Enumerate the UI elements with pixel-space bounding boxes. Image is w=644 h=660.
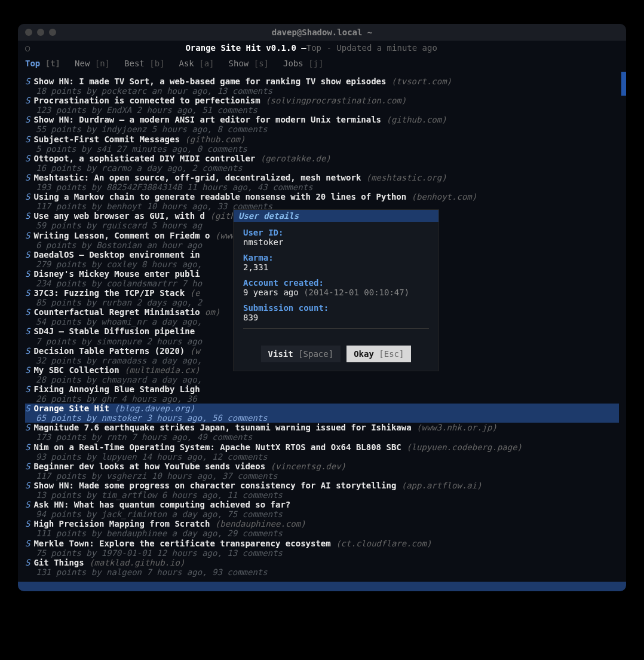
item-title: Writing Lesson, Comment on Friedm o	[33, 231, 210, 240]
visit-button[interactable]: Visit [Space]	[261, 346, 341, 362]
content-area: SShow HN: I made TV Sort, a web-based ga…	[18, 72, 626, 582]
item-marker: S	[25, 288, 30, 298]
tab-ask[interactable]: Ask [a]	[179, 59, 214, 68]
list-item[interactable]: SGit Things (matklad.github.io)131 point…	[25, 558, 619, 577]
item-title: Meshtastic: An open source, off-grid, de…	[33, 173, 361, 182]
item-title: Disney's Mickey Mouse enter publi	[33, 269, 200, 279]
tab-show[interactable]: Show [s]	[229, 59, 269, 68]
item-title: Show HN: Durdraw – a modern ANSI art edi…	[33, 115, 381, 124]
created-value: 9 years ago	[243, 288, 299, 297]
item-marker: S	[25, 481, 30, 490]
okay-button-label: Okay	[354, 349, 374, 359]
list-item[interactable]: SFixing Annoying Blue Standby Ligh 26 po…	[25, 384, 619, 404]
tab-top[interactable]: Top [t]	[25, 59, 60, 68]
item-domain: (e	[190, 288, 200, 298]
item-domain: (meshtastic.org)	[366, 173, 447, 182]
visit-button-label: Visit	[268, 349, 293, 359]
item-marker: S	[25, 404, 30, 413]
menu-icon[interactable]: ○	[25, 43, 30, 53]
maximize-icon[interactable]	[49, 29, 56, 36]
item-domain: (lupyuen.codeberg.page)	[406, 442, 522, 452]
item-marker: S	[25, 326, 30, 336]
item-meta: 117 points by vsgherzi 10 hours ago, 37 …	[25, 471, 619, 481]
item-marker: S	[25, 211, 30, 221]
list-item[interactable]: SProcrastination is connected to perfect…	[25, 96, 619, 115]
list-item[interactable]: SMagnitude 7.6 earthquake strikes Japan,…	[25, 423, 619, 442]
modal-title: User details	[234, 210, 438, 222]
tab-jobs[interactable]: Jobs [j]	[283, 59, 323, 68]
item-marker: S	[25, 173, 30, 182]
item-domain: (benhoyt.com)	[412, 192, 477, 201]
item-title: Nim on a Real-Time Operating System: Apa…	[33, 442, 401, 452]
item-domain: (matklad.github.io)	[89, 558, 185, 567]
item-marker: S	[25, 558, 30, 567]
created-label: Account created:	[243, 278, 429, 288]
list-item[interactable]: SShow HN: I made TV Sort, a web-based ga…	[25, 77, 619, 96]
item-domain: (multimedia.cx)	[124, 365, 200, 375]
list-item[interactable]: SSubject-First Commit Messages (github.c…	[25, 135, 619, 154]
tab-best[interactable]: Best [b]	[124, 59, 164, 68]
item-domain: (ct.cloudflare.com)	[336, 539, 431, 548]
item-domain: (app.artflow.ai)	[401, 481, 482, 490]
okay-button[interactable]: Okay [Esc]	[346, 346, 411, 362]
item-domain: (vincentsg.dev)	[271, 462, 346, 471]
terminal-window: davep@Shadow.local ~ ○ Orange Site Hit v…	[18, 24, 626, 591]
footer-bar	[18, 582, 626, 591]
item-domain: (blog.davep.org)	[114, 404, 195, 413]
item-meta: 75 points by 1970-01-01 12 hours ago, 13…	[25, 548, 619, 558]
list-item[interactable]: SAsk HN: What has quantum computing achi…	[25, 500, 619, 519]
item-title: Git Things	[33, 558, 84, 567]
item-title: Ask HN: What has quantum computing achie…	[33, 500, 290, 509]
okay-button-key: [Esc]	[379, 349, 404, 359]
item-title: Beginner dev looks at how YouTube sends …	[33, 462, 265, 471]
item-meta: 123 points by EndXA 2 hours ago, 51 comm…	[25, 105, 619, 115]
item-meta: 5 points by s4i 27 minutes ago, 0 commen…	[25, 144, 619, 154]
list-item[interactable]: SShow HN: Durdraw – a modern ANSI art ed…	[25, 115, 619, 134]
item-title: Using a Markov chain to generate readabl…	[33, 192, 406, 201]
item-title: SD4J – Stable Diffusion pipeline	[33, 326, 195, 336]
list-item[interactable]: SOttopot, a sophisticated DIY MIDI contr…	[25, 154, 619, 173]
item-marker: S	[25, 250, 30, 259]
item-title: Procrastination is connected to perfecti…	[33, 96, 260, 105]
item-title: Merkle Town: Explore the certificate tra…	[33, 539, 330, 548]
item-title: Magnitude 7.6 earthquake strikes Japan, …	[33, 423, 411, 432]
scrollbar-thumb[interactable]	[621, 72, 626, 96]
minimize-icon[interactable]	[37, 29, 44, 36]
list-item[interactable]: SShow HN: Made some progress on characte…	[25, 481, 619, 500]
list-item[interactable]: SOrange Site Hit (blog.davep.org)65 poin…	[25, 404, 619, 423]
item-title: My SBC Collection	[33, 365, 119, 375]
submission-count-label: Submission count:	[243, 303, 429, 313]
item-meta: 13 points by tim_artflow 6 hours ago, 11…	[25, 490, 619, 500]
list-item[interactable]: SMeshtastic: An open source, off-grid, d…	[25, 173, 619, 192]
item-domain: (www3.nhk.or.jp)	[416, 423, 497, 432]
user-id-value: nmstoker	[243, 237, 429, 247]
item-meta: 173 points by rntn 7 hours ago, 49 comme…	[25, 432, 619, 442]
karma-label: Karma:	[243, 253, 429, 262]
modal-divider	[243, 328, 429, 329]
list-item[interactable]: SBeginner dev looks at how YouTube sends…	[25, 462, 619, 481]
item-meta: 94 points by jack_riminton a day ago, 75…	[25, 509, 619, 519]
item-domain: (solvingprocrastination.com)	[265, 96, 406, 105]
tab-new[interactable]: New [n]	[75, 59, 110, 68]
item-marker: S	[25, 346, 30, 356]
app-subtitle: Top - Updated a minute ago	[306, 43, 437, 53]
item-domain: (w	[190, 346, 200, 356]
item-meta: 193 points by 882542F3884314B 11 hours a…	[25, 182, 619, 192]
item-title: Show HN: Made some progress on character…	[33, 481, 396, 490]
window-titlebar[interactable]: davep@Shadow.local ~	[18, 24, 626, 41]
user-id-label: User ID:	[243, 228, 429, 237]
traffic-lights	[25, 29, 56, 36]
item-meta: 65 points by nmstoker 3 hours ago, 56 co…	[25, 413, 619, 423]
list-item[interactable]: SNim on a Real-Time Operating System: Ap…	[25, 442, 619, 462]
list-item[interactable]: SHigh Precision Mapping from Scratch (be…	[25, 519, 619, 538]
list-item[interactable]: SMerkle Town: Explore the certificate tr…	[25, 539, 619, 558]
list-item[interactable]: SUsing a Markov chain to generate readab…	[25, 192, 619, 211]
item-meta: 55 points by indyjoenz 5 hours ago, 8 co…	[25, 124, 619, 134]
item-meta: 18 points by pocketarc an hour ago, 13 c…	[25, 86, 619, 96]
user-details-modal: User details User ID: nmstoker Karma: 2,…	[233, 209, 439, 371]
karma-value: 2,331	[243, 262, 429, 272]
item-marker: S	[25, 519, 30, 528]
close-icon[interactable]	[25, 29, 32, 36]
item-marker: S	[25, 154, 30, 163]
app-title: Orange Site Hit v0.1.0 —	[185, 43, 306, 53]
